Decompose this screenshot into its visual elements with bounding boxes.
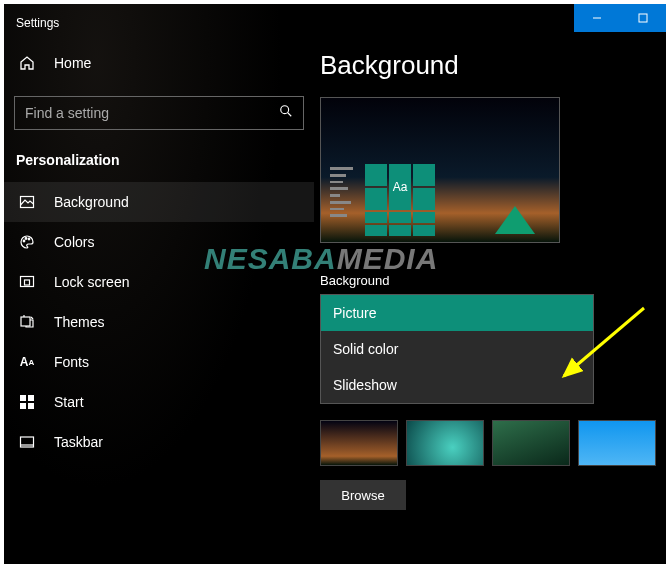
dropdown-option-solid-color[interactable]: Solid color: [321, 331, 593, 367]
svg-line-1: [288, 113, 292, 117]
sidebar-item-colors[interactable]: Colors: [4, 222, 314, 262]
search-icon: [279, 104, 293, 122]
recent-images: [320, 420, 666, 466]
sidebar-item-fonts[interactable]: AA Fonts: [4, 342, 314, 382]
svg-point-5: [28, 238, 30, 240]
start-icon: [18, 393, 36, 411]
home-nav[interactable]: Home: [4, 44, 314, 82]
recent-image-1[interactable]: [320, 420, 398, 466]
sidebar-item-label: Taskbar: [54, 434, 103, 450]
sidebar-item-label: Themes: [54, 314, 105, 330]
sidebar-item-taskbar[interactable]: Taskbar: [4, 422, 314, 462]
preview-tile-aa: Aa: [389, 164, 411, 210]
svg-point-4: [25, 238, 27, 240]
preview-image-tent: [495, 206, 535, 234]
svg-rect-10: [28, 395, 34, 401]
sidebar-item-background[interactable]: Background: [4, 182, 314, 222]
sidebar-search[interactable]: [14, 96, 304, 130]
recent-image-3[interactable]: [492, 420, 570, 466]
themes-icon: [18, 313, 36, 331]
dropdown-list: Picture Solid color Slideshow: [320, 294, 594, 404]
svg-rect-9: [20, 395, 26, 401]
maximize-button[interactable]: [620, 4, 666, 32]
sidebar-item-start[interactable]: Start: [4, 382, 314, 422]
settings-window: Settings Home Personalization Background: [4, 4, 666, 564]
background-preview: Aa: [320, 97, 560, 243]
sidebar-item-themes[interactable]: Themes: [4, 302, 314, 342]
recent-image-4[interactable]: [578, 420, 656, 466]
background-dropdown[interactable]: Picture Solid color Slideshow: [320, 294, 666, 406]
sidebar-item-label: Fonts: [54, 354, 89, 370]
titlebar: [314, 4, 666, 32]
svg-rect-8: [21, 317, 30, 326]
fonts-icon: AA: [18, 353, 36, 371]
minimize-button[interactable]: [574, 4, 620, 32]
recent-image-2[interactable]: [406, 420, 484, 466]
browse-button[interactable]: Browse: [320, 480, 406, 510]
sidebar-item-label: Background: [54, 194, 129, 210]
search-input[interactable]: [25, 105, 279, 121]
sidebar: Settings Home Personalization Background: [4, 4, 314, 564]
sidebar-item-lock-screen[interactable]: Lock screen: [4, 262, 314, 302]
lockscreen-icon: [18, 273, 36, 291]
svg-point-0: [281, 106, 289, 114]
home-label: Home: [54, 55, 91, 71]
svg-point-3: [23, 240, 25, 242]
sidebar-item-label: Start: [54, 394, 84, 410]
sidebar-item-label: Colors: [54, 234, 94, 250]
preview-start-overlay: Aa: [327, 164, 435, 236]
page-title: Background: [314, 32, 666, 97]
home-icon: [18, 54, 36, 72]
background-field-label: Background: [314, 243, 666, 294]
category-header: Personalization: [4, 144, 314, 182]
main-pane: Background Aa Background Picture: [314, 4, 666, 564]
svg-rect-7: [25, 280, 30, 285]
sidebar-item-label: Lock screen: [54, 274, 129, 290]
picture-icon: [18, 193, 36, 211]
window-title: Settings: [4, 12, 314, 44]
svg-rect-16: [639, 14, 647, 22]
palette-icon: [18, 233, 36, 251]
svg-rect-11: [20, 403, 26, 409]
taskbar-icon: [18, 433, 36, 451]
svg-rect-12: [28, 403, 34, 409]
dropdown-option-slideshow[interactable]: Slideshow: [321, 367, 593, 403]
dropdown-option-picture[interactable]: Picture: [321, 295, 593, 331]
